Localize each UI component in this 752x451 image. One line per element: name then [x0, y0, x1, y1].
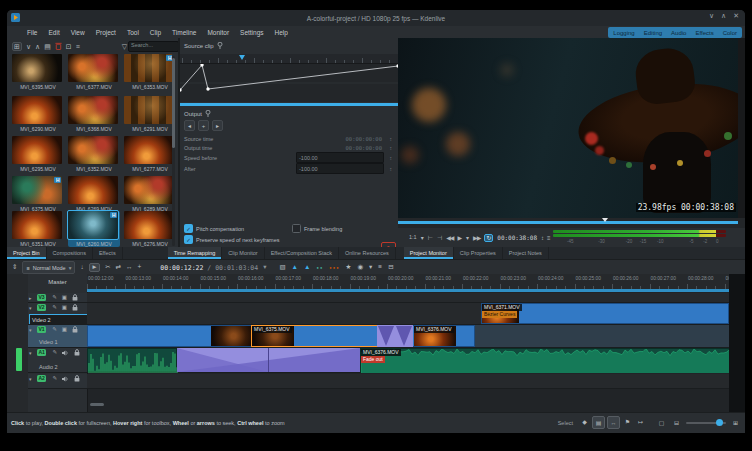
bin-clip[interactable]: MVI_6276.MOV [124, 211, 172, 247]
insert-zone-icon[interactable]: ↓ [80, 264, 83, 271]
track-tag[interactable]: A1 [37, 349, 46, 356]
track-lock-icon[interactable] [72, 326, 78, 333]
prev-keyframe-icon[interactable]: ◂ [184, 120, 195, 131]
track-expand-icon[interactable]: ▾ [29, 376, 35, 382]
track-effects-icon[interactable]: ✎ [52, 376, 57, 382]
workspace-color[interactable]: Color [723, 30, 737, 36]
create-folder-icon[interactable]: ▤ [44, 43, 51, 50]
track-lock-icon[interactable] [74, 375, 80, 382]
fit-zoom-icon[interactable]: ↔ [126, 264, 133, 271]
checkbox[interactable]: ✓ [184, 235, 193, 244]
timeline-hscrollbar-handle[interactable] [90, 403, 104, 406]
track-name-input[interactable]: Video 2 [29, 314, 87, 325]
timeline-clip[interactable] [87, 325, 251, 347]
bin-clip[interactable]: MVI_6277.MOV [124, 136, 172, 172]
menu-file[interactable]: File [27, 29, 37, 36]
timeline-timecode[interactable]: 00:00:12:22 / 00:01:03:04 [160, 264, 258, 272]
timecode-caret-icon[interactable]: ▾ [263, 264, 266, 271]
chevron-down-icon[interactable]: ∨ [26, 43, 31, 50]
zoom-caret-icon[interactable]: ▾ [421, 235, 424, 241]
chevron-up-icon[interactable]: ∧ [35, 43, 40, 50]
menu-edit[interactable]: Edit [48, 29, 59, 36]
track-a2[interactable] [87, 374, 729, 389]
keyframe-blue2-icon[interactable]: ▲ [304, 264, 310, 271]
thumbnails-icon[interactable]: ▤ [592, 416, 605, 429]
remap-playhead[interactable] [239, 55, 245, 60]
monitor-playhead[interactable] [602, 218, 608, 222]
spacer-tool-icon[interactable]: ⇄ [116, 264, 121, 271]
menu-settings[interactable]: Settings [240, 29, 264, 36]
zone-start-icon[interactable]: ⊢ [428, 235, 433, 241]
workspace-audio[interactable]: Audio [671, 30, 686, 36]
field-value[interactable]: 00:00:00:00 [346, 145, 382, 151]
same-track-transition[interactable] [377, 325, 413, 347]
favorite-effects-icon[interactable]: ★ [346, 264, 352, 271]
filter-icon[interactable]: ▽ [122, 43, 127, 50]
remap-ruler[interactable] [180, 54, 400, 64]
track-tag[interactable]: V1 [37, 326, 46, 333]
track-mute-icon[interactable] [62, 376, 69, 382]
bin-scrollbar[interactable] [172, 56, 175, 246]
snap-icon[interactable]: ↦ [635, 416, 646, 427]
add-clip-icon[interactable]: ⊞ [12, 42, 22, 51]
view-mode-icon[interactable]: ≡ [76, 43, 80, 50]
tab-project-bin[interactable]: Project Bin [7, 247, 47, 259]
monitor-zoom-level[interactable]: 1:1 [409, 235, 417, 241]
delete-icon[interactable] [55, 42, 62, 50]
bin-clip[interactable]: MVI_6290.MOV [12, 96, 64, 132]
duplicate-icon[interactable]: ⊡ [66, 43, 72, 50]
play-caret-icon[interactable]: ▾ [466, 235, 469, 241]
mix-clips-icon[interactable]: ▧ [279, 264, 285, 271]
video-dots-icon[interactable]: ●●● [329, 266, 339, 270]
tab-online-resources[interactable]: Online Resources [339, 247, 396, 259]
minimize-icon[interactable]: ∨ [709, 12, 714, 20]
bin-clip[interactable]: HMVI_6353.MOV [124, 54, 172, 90]
close-icon[interactable]: ✕ [733, 12, 739, 20]
workspace-logging[interactable]: Logging [613, 30, 634, 36]
tab-time-remapping[interactable]: Time Remapping [168, 247, 223, 259]
spinner-icon[interactable]: ↕ [390, 155, 393, 161]
track-lock-icon[interactable] [74, 349, 80, 356]
menu-project[interactable]: Project [96, 29, 116, 36]
fit-zoom-project-icon[interactable]: ▢ [656, 417, 667, 428]
track-tag[interactable]: A2 [37, 375, 46, 382]
maximize-icon[interactable]: ∧ [721, 12, 726, 20]
checkbox[interactable] [292, 224, 301, 233]
timeline-menu-icon[interactable]: ≡ [378, 264, 382, 271]
menu-monitor[interactable]: Monitor [207, 29, 229, 36]
razor-tool-icon[interactable]: ✂ [105, 264, 110, 271]
loop-zone-icon[interactable]: ↻ [484, 234, 493, 242]
menu-help[interactable]: Help [275, 29, 288, 36]
record-icon[interactable]: ◉ [357, 264, 363, 271]
keyframe-blue-icon[interactable]: ▲ [292, 264, 298, 271]
zone-end-icon[interactable]: ⊣ [437, 235, 442, 241]
menu-tool[interactable]: Tool [127, 29, 139, 36]
timeline-ruler[interactable]: 00:00:12:0000:00:13:0000:00:14:0000:00:1… [87, 274, 729, 289]
spinner-icon[interactable]: ↕ [390, 145, 393, 151]
zoom-in-icon[interactable]: ⊞ [730, 417, 741, 428]
timecode-spinner-icon[interactable]: ↕ [541, 235, 544, 241]
bin-clip[interactable]: MVI_6352.MOV [68, 136, 120, 172]
track-effects-icon[interactable]: ✎ [52, 350, 57, 356]
timeline-clip[interactable]: MVI_6375.MOV [251, 325, 395, 347]
workspace-effects[interactable]: Effects [695, 30, 713, 36]
audio-thumbnails-icon[interactable]: ↔ [607, 416, 620, 429]
track-effects-icon[interactable]: ✎ [52, 295, 57, 301]
field-value[interactable]: 00:00:00:00 [346, 136, 382, 142]
spinner-icon[interactable]: ↕ [390, 136, 393, 142]
bin-scrollbar-handle[interactable] [172, 58, 175, 148]
track-tag[interactable]: V2 [37, 304, 46, 311]
track-expand-icon[interactable]: ▾ [29, 327, 35, 333]
bin-clip[interactable]: MVI_6351.MOV [12, 211, 64, 247]
bin-clip[interactable]: MVI_6295.MOV [12, 136, 64, 172]
track-expand-icon[interactable]: ▾ [29, 305, 35, 311]
bin-clip[interactable]: MVI_6269.MOV [68, 176, 120, 212]
remap-zoombar[interactable] [180, 103, 400, 106]
workspace-editing[interactable]: Editing [644, 30, 662, 36]
audio-dots-icon[interactable]: ●● [316, 266, 323, 270]
timeline-clip[interactable]: MVI_6371.MOVBézier Curves [481, 303, 729, 324]
master-button[interactable]: Master [28, 276, 87, 287]
tab-project-monitor[interactable]: Project Monitor [404, 247, 454, 259]
next-keyframe-icon[interactable]: ▸ [212, 120, 223, 131]
track-mute-icon[interactable] [62, 350, 69, 356]
